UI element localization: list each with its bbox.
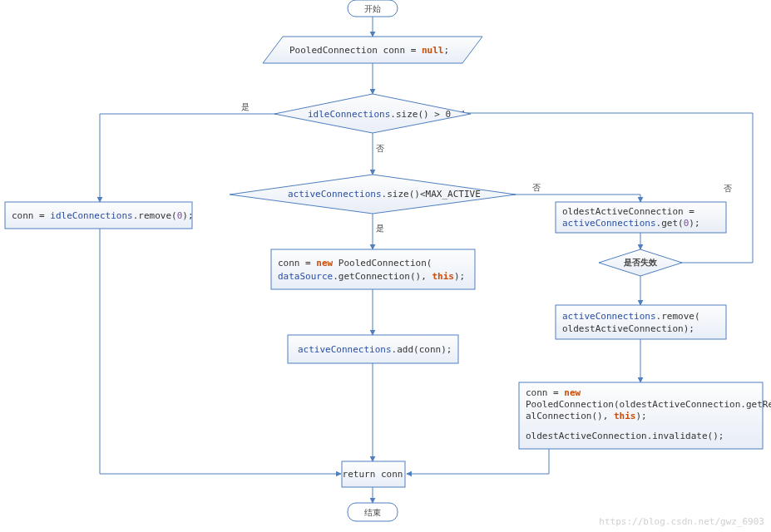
is-invalid-no: 否 [724, 184, 732, 193]
active-add-code: activeConnections.add(conn); [298, 344, 452, 355]
new-conn-line1: conn = new PooledConnection( [278, 258, 432, 268]
active-remove-line2: oldestActiveConnection); [562, 323, 694, 334]
reuse-oldest-line3: alConnection(), this); [526, 411, 647, 421]
reuse-oldest-line4: oldestActiveConnection.invalidate(); [526, 431, 724, 441]
init-code: PooledConnection conn = null; [289, 45, 449, 56]
cond-active-no: 否 [532, 183, 541, 192]
idle-remove-code: conn = idleConnections.remove(0); [12, 210, 194, 221]
cond-idle-code: idleConnections.size() > 0 [308, 109, 451, 120]
new-conn-line2: dataSource.getConnection(), this); [278, 271, 465, 282]
flowchart: 开始 PooledConnection conn = null; idleCon… [0, 0, 771, 532]
cond-idle-no: 否 [376, 144, 384, 153]
active-remove-line1: activeConnections.remove( [562, 311, 700, 322]
oldest-get-line2: activeConnections.get(0); [562, 218, 700, 229]
oldest-get-line1: oldestActiveConnection = [562, 206, 694, 217]
cond-idle-yes: 是 [241, 102, 250, 111]
reuse-oldest-line2: PooledConnection(oldestActiveConnection.… [526, 399, 771, 410]
end-label: 结束 [364, 508, 381, 517]
return-code: return conn [343, 469, 403, 480]
cond-active-code: activeConnections.size()<MAX_ACTIVE [288, 189, 481, 200]
start-label: 开始 [364, 4, 381, 13]
new-conn-node [271, 249, 475, 289]
cond-active-yes: 是 [376, 224, 384, 233]
is-invalid-label: 是否失效 [623, 258, 658, 267]
reuse-oldest-line1: conn = new [526, 387, 581, 398]
